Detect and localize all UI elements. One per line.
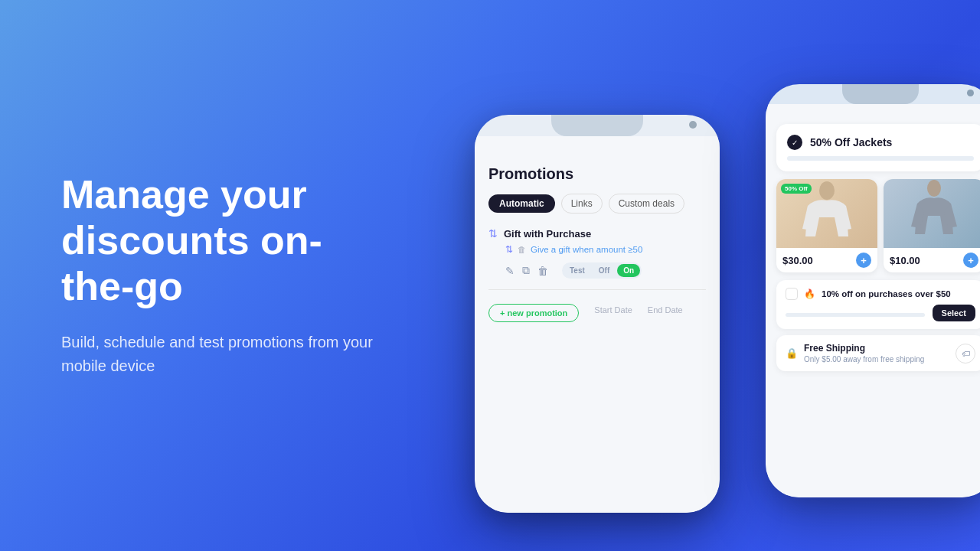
svg-point-0 [819, 181, 835, 200]
discount-checkbox[interactable] [786, 288, 798, 300]
new-promotion-button[interactable]: + new promotion [488, 304, 579, 322]
promo-sort-icon: ⇅ [488, 227, 498, 240]
tab-custom-deals[interactable]: Custom deals [609, 194, 684, 214]
edit-icon[interactable]: ✎ [505, 265, 514, 277]
svg-point-1 [927, 180, 941, 197]
lock-icon: 🔒 [786, 347, 798, 359]
discount-text: 10% off on purchases over $50 [822, 289, 975, 298]
phone-2-notch [842, 84, 919, 104]
trash-icon-small: 🗑 [518, 245, 526, 254]
hero-heading: Manage your discounts on-the-go [61, 172, 383, 309]
promo-card: ✓ 50% Off Jackets [776, 124, 980, 171]
fire-icon: 🔥 [804, 289, 815, 299]
product-card-1: 50% Off $30.00 + [776, 179, 877, 272]
toggle-off[interactable]: Off [593, 264, 616, 277]
shipping-header: 🔒 Free Shipping Only $5.00 away from fre… [786, 343, 975, 364]
shipping-title: Free Shipping [804, 343, 924, 354]
promo-item-header: ⇅ Gift with Purchase [488, 227, 706, 240]
promo-card-title: 50% Off Jackets [810, 136, 892, 148]
product-card-2: $10.00 + [884, 179, 980, 272]
phone-2-screen: ✓ 50% Off Jackets 50% Off [766, 104, 980, 497]
shipping-text-block: Free Shipping Only $5.00 away from free … [804, 343, 924, 364]
toggle-test[interactable]: Test [564, 264, 591, 277]
promo-card-line [787, 156, 974, 161]
product-image-1: 50% Off [776, 179, 877, 248]
coupon-icon: 🏷 [956, 344, 975, 364]
products-row: 50% Off $30.00 + [776, 179, 980, 272]
fashion-figure-1 [789, 179, 865, 248]
shipping-sub: Only $5.00 away from free shipping [804, 355, 924, 364]
fashion-figure-2 [896, 179, 972, 248]
product-price-2: $10.00 [890, 255, 920, 266]
phone-2-camera [967, 90, 974, 96]
start-date-label: Start Date [594, 305, 632, 315]
promotions-title: Promotions [488, 165, 706, 183]
discount-item: 🔥 10% off on purchases over $50 Select [776, 280, 980, 329]
phone-1-camera [689, 121, 697, 129]
free-shipping-item: 🔒 Free Shipping Only $5.00 away from fre… [776, 335, 980, 371]
delete-icon[interactable]: 🗑 [537, 265, 548, 277]
toggle-group: Test Off On [562, 262, 642, 279]
phone-2: ✓ 50% Off Jackets 50% Off [766, 84, 980, 497]
phone-1-notch [551, 115, 643, 136]
product-image-2 [884, 179, 980, 248]
promo-sub-icon: ⇅ [505, 244, 513, 255]
bottom-row: + new promotion Start Date End Date [488, 298, 706, 322]
phone-1-screen: Promotions Automatic Links Custom deals … [475, 136, 720, 513]
promo-card-header: ✓ 50% Off Jackets [787, 135, 974, 150]
product-price-1: $30.00 [782, 255, 813, 266]
promo-sub-text: Give a gift when amount ≥50 [531, 245, 642, 254]
select-button[interactable]: Select [933, 305, 975, 321]
discount-header: 🔥 10% off on purchases over $50 [786, 288, 975, 300]
add-button-1[interactable]: + [856, 253, 871, 268]
tab-automatic[interactable]: Automatic [488, 194, 555, 213]
tab-links[interactable]: Links [561, 194, 603, 214]
copy-icon[interactable]: ⧉ [522, 264, 530, 277]
add-button-2[interactable]: + [963, 253, 978, 268]
promo-sub: ⇅ 🗑 Give a gift when amount ≥50 [488, 244, 706, 255]
product-price-row-1: $30.00 + [776, 248, 877, 272]
hero-subheading: Build, schedule and test promotions from… [61, 331, 383, 379]
phones-container: Promotions Automatic Links Custom deals … [459, 38, 980, 536]
toggle-on[interactable]: On [617, 264, 640, 277]
product-price-row-2: $10.00 + [884, 248, 980, 272]
hero-section: Manage your discounts on-the-go Build, s… [61, 172, 383, 378]
check-icon: ✓ [787, 135, 802, 150]
phone-1: Promotions Automatic Links Custom deals … [475, 115, 720, 513]
promo-item-title: Gift with Purchase [504, 228, 591, 240]
promo-actions: ✎ ⧉ 🗑 Test Off On [488, 262, 706, 279]
promo-item: ⇅ Gift with Purchase ⇅ 🗑 Give a gift whe… [488, 227, 706, 290]
tabs-row: Automatic Links Custom deals [488, 194, 706, 214]
end-date-label: End Date [648, 305, 683, 315]
discount-progress-bar [786, 313, 925, 317]
